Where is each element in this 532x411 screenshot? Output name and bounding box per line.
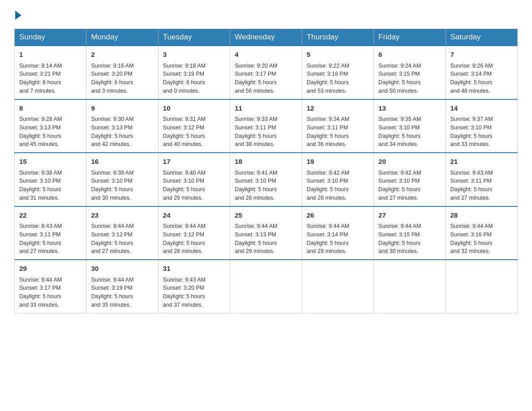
day-info: Sunrise: 9:43 AM Sunset: 3:20 PM Dayligh… <box>163 276 225 309</box>
day-number: 21 <box>450 157 513 167</box>
calendar-cell: 23Sunrise: 9:44 AM Sunset: 3:12 PM Dayli… <box>86 206 158 260</box>
weekday-header-row: SundayMondayTuesdayWednesdayThursdayFrid… <box>15 29 518 46</box>
day-info: Sunrise: 9:34 AM Sunset: 3:11 PM Dayligh… <box>307 115 369 149</box>
day-number: 31 <box>163 264 225 274</box>
calendar-cell: 8Sunrise: 9:28 AM Sunset: 3:13 PM Daylig… <box>15 99 86 153</box>
day-info: Sunrise: 9:14 AM Sunset: 3:21 PM Dayligh… <box>19 62 82 95</box>
calendar-cell: 12Sunrise: 9:34 AM Sunset: 3:11 PM Dayli… <box>302 99 373 153</box>
day-number: 12 <box>307 103 369 114</box>
day-info: Sunrise: 9:30 AM Sunset: 3:13 PM Dayligh… <box>91 115 153 149</box>
logo-arrow-icon <box>15 11 21 20</box>
calendar-cell: 4Sunrise: 9:20 AM Sunset: 3:17 PM Daylig… <box>230 46 302 99</box>
day-info: Sunrise: 9:24 AM Sunset: 3:15 PM Dayligh… <box>378 62 441 95</box>
day-info: Sunrise: 9:43 AM Sunset: 3:11 PM Dayligh… <box>19 222 82 256</box>
calendar-cell: 25Sunrise: 9:44 AM Sunset: 3:13 PM Dayli… <box>230 206 302 260</box>
day-number: 18 <box>235 157 297 167</box>
week-row-4: 22Sunrise: 9:43 AM Sunset: 3:11 PM Dayli… <box>15 206 518 260</box>
calendar-cell: 6Sunrise: 9:24 AM Sunset: 3:15 PM Daylig… <box>374 46 446 99</box>
calendar-cell: 27Sunrise: 9:44 AM Sunset: 3:15 PM Dayli… <box>374 206 446 260</box>
calendar-cell: 10Sunrise: 9:31 AM Sunset: 3:12 PM Dayli… <box>158 99 230 153</box>
calendar-cell: 30Sunrise: 9:44 AM Sunset: 3:19 PM Dayli… <box>86 260 158 313</box>
calendar-cell: 26Sunrise: 9:44 AM Sunset: 3:14 PM Dayli… <box>302 206 373 260</box>
day-info: Sunrise: 9:18 AM Sunset: 3:19 PM Dayligh… <box>163 62 225 95</box>
day-info: Sunrise: 9:44 AM Sunset: 3:15 PM Dayligh… <box>378 222 441 256</box>
calendar-cell: 13Sunrise: 9:35 AM Sunset: 3:10 PM Dayli… <box>374 99 446 153</box>
day-number: 29 <box>19 264 82 274</box>
day-number: 26 <box>307 210 369 221</box>
weekday-header-saturday: Saturday <box>446 29 517 46</box>
day-info: Sunrise: 9:35 AM Sunset: 3:10 PM Dayligh… <box>378 115 441 149</box>
calendar-cell: 28Sunrise: 9:44 AM Sunset: 3:16 PM Dayli… <box>446 206 517 260</box>
day-number: 2 <box>91 50 153 60</box>
calendar-cell: 31Sunrise: 9:43 AM Sunset: 3:20 PM Dayli… <box>158 260 230 313</box>
weekday-header-friday: Friday <box>374 29 446 46</box>
day-info: Sunrise: 9:42 AM Sunset: 3:10 PM Dayligh… <box>307 169 369 202</box>
day-info: Sunrise: 9:22 AM Sunset: 3:16 PM Dayligh… <box>307 62 369 95</box>
calendar-cell: 17Sunrise: 9:40 AM Sunset: 3:10 PM Dayli… <box>158 153 230 206</box>
day-info: Sunrise: 9:28 AM Sunset: 3:13 PM Dayligh… <box>19 115 82 149</box>
weekday-header-tuesday: Tuesday <box>158 29 230 46</box>
calendar-cell <box>302 260 373 313</box>
day-number: 10 <box>163 103 225 114</box>
day-number: 8 <box>19 103 82 114</box>
day-number: 3 <box>163 50 225 60</box>
weekday-header-monday: Monday <box>86 29 158 46</box>
calendar-cell: 9Sunrise: 9:30 AM Sunset: 3:13 PM Daylig… <box>86 99 158 153</box>
calendar-cell: 18Sunrise: 9:41 AM Sunset: 3:10 PM Dayli… <box>230 153 302 206</box>
day-number: 16 <box>91 157 153 167</box>
day-number: 17 <box>163 157 225 167</box>
week-row-5: 29Sunrise: 9:44 AM Sunset: 3:17 PM Dayli… <box>15 260 518 313</box>
day-number: 25 <box>235 210 297 221</box>
day-info: Sunrise: 9:44 AM Sunset: 3:17 PM Dayligh… <box>19 276 82 309</box>
day-number: 20 <box>378 157 441 167</box>
day-info: Sunrise: 9:38 AM Sunset: 3:10 PM Dayligh… <box>19 169 82 202</box>
calendar-cell: 1Sunrise: 9:14 AM Sunset: 3:21 PM Daylig… <box>15 46 86 99</box>
day-number: 7 <box>450 50 513 60</box>
page-header <box>14 11 518 20</box>
calendar-cell: 7Sunrise: 9:26 AM Sunset: 3:14 PM Daylig… <box>446 46 517 99</box>
day-number: 11 <box>235 103 297 114</box>
day-info: Sunrise: 9:31 AM Sunset: 3:12 PM Dayligh… <box>163 115 225 149</box>
calendar-table: SundayMondayTuesdayWednesdayThursdayFrid… <box>14 29 518 313</box>
weekday-header-thursday: Thursday <box>302 29 373 46</box>
calendar-cell: 16Sunrise: 9:39 AM Sunset: 3:10 PM Dayli… <box>86 153 158 206</box>
day-number: 5 <box>307 50 369 60</box>
day-info: Sunrise: 9:16 AM Sunset: 3:20 PM Dayligh… <box>91 62 153 95</box>
day-number: 27 <box>378 210 441 221</box>
day-number: 6 <box>378 50 441 60</box>
day-info: Sunrise: 9:44 AM Sunset: 3:16 PM Dayligh… <box>450 222 513 256</box>
day-info: Sunrise: 9:42 AM Sunset: 3:10 PM Dayligh… <box>378 169 441 202</box>
calendar-cell: 11Sunrise: 9:33 AM Sunset: 3:11 PM Dayli… <box>230 99 302 153</box>
week-row-3: 15Sunrise: 9:38 AM Sunset: 3:10 PM Dayli… <box>15 153 518 206</box>
calendar-cell: 2Sunrise: 9:16 AM Sunset: 3:20 PM Daylig… <box>86 46 158 99</box>
day-number: 14 <box>450 103 513 114</box>
day-number: 15 <box>19 157 82 167</box>
weekday-header-sunday: Sunday <box>15 29 86 46</box>
day-number: 22 <box>19 210 82 221</box>
week-row-2: 8Sunrise: 9:28 AM Sunset: 3:13 PM Daylig… <box>15 99 518 153</box>
calendar-cell: 14Sunrise: 9:37 AM Sunset: 3:10 PM Dayli… <box>446 99 517 153</box>
calendar-cell: 20Sunrise: 9:42 AM Sunset: 3:10 PM Dayli… <box>374 153 446 206</box>
calendar-cell: 19Sunrise: 9:42 AM Sunset: 3:10 PM Dayli… <box>302 153 373 206</box>
weekday-header-wednesday: Wednesday <box>230 29 302 46</box>
calendar-cell <box>230 260 302 313</box>
calendar-cell: 15Sunrise: 9:38 AM Sunset: 3:10 PM Dayli… <box>15 153 86 206</box>
day-info: Sunrise: 9:41 AM Sunset: 3:10 PM Dayligh… <box>235 169 297 202</box>
calendar-cell: 3Sunrise: 9:18 AM Sunset: 3:19 PM Daylig… <box>158 46 230 99</box>
day-number: 24 <box>163 210 225 221</box>
day-info: Sunrise: 9:44 AM Sunset: 3:19 PM Dayligh… <box>91 276 153 309</box>
day-info: Sunrise: 9:44 AM Sunset: 3:13 PM Dayligh… <box>235 222 297 256</box>
logo <box>14 11 22 20</box>
calendar-cell: 5Sunrise: 9:22 AM Sunset: 3:16 PM Daylig… <box>302 46 373 99</box>
day-number: 30 <box>91 264 153 274</box>
calendar-cell: 21Sunrise: 9:43 AM Sunset: 3:11 PM Dayli… <box>446 153 517 206</box>
day-info: Sunrise: 9:44 AM Sunset: 3:14 PM Dayligh… <box>307 222 369 256</box>
day-info: Sunrise: 9:39 AM Sunset: 3:10 PM Dayligh… <box>91 169 153 202</box>
day-info: Sunrise: 9:44 AM Sunset: 3:12 PM Dayligh… <box>91 222 153 256</box>
day-info: Sunrise: 9:37 AM Sunset: 3:10 PM Dayligh… <box>450 115 513 149</box>
day-info: Sunrise: 9:26 AM Sunset: 3:14 PM Dayligh… <box>450 62 513 95</box>
day-number: 28 <box>450 210 513 221</box>
day-number: 23 <box>91 210 153 221</box>
calendar-cell: 29Sunrise: 9:44 AM Sunset: 3:17 PM Dayli… <box>15 260 86 313</box>
day-number: 9 <box>91 103 153 114</box>
